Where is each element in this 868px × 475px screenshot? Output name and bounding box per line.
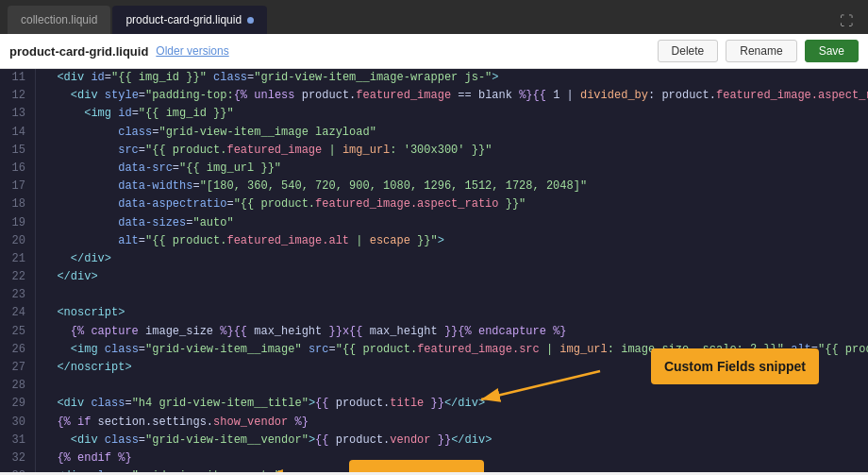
code-line-20: alt="{{ product.featured_image.alt | esc…	[43, 232, 860, 250]
code-line-17: data-widths="[180, 360, 540, 720, 900, 1…	[43, 178, 860, 195]
code-line-21: </div>	[43, 250, 860, 268]
code-editor[interactable]: 1112131415 1617181920 2122232425 2627282…	[0, 69, 868, 472]
code-line-14: class="grid-view-item__image lazyload"	[43, 124, 860, 142]
code-line-12: <div style="padding-top:{% unless produc…	[43, 87, 860, 105]
code-line-13: <img id="{{ img_id }}"	[43, 105, 860, 123]
save-button[interactable]: Save	[805, 40, 859, 62]
file-title: product-card-grid.liquid	[9, 44, 148, 59]
code-line-22: </div>	[43, 268, 860, 286]
maximize-button[interactable]: ⛶	[832, 8, 860, 34]
code-line-26: <img class="grid-view-item__image" src="…	[43, 341, 860, 359]
line-numbers: 1112131415 1617181920 2122232425 2627282…	[0, 69, 36, 472]
code-line-16: data-src="{{ img_url }}"	[43, 160, 860, 178]
code-line-30: {% if section.settings.show_vendor %}	[43, 414, 860, 432]
code-line-28	[43, 377, 860, 395]
app-container: collection.liquid product-card-grid.liqu…	[0, 0, 868, 472]
tab-collection[interactable]: collection.liquid	[8, 6, 110, 34]
tab-collection-label: collection.liquid	[21, 13, 97, 26]
code-line-32: {% endif %}	[43, 450, 860, 467]
code-line-11: <div id="{{ img_id }}" class="grid-view-…	[43, 69, 860, 87]
rename-button[interactable]: Rename	[726, 40, 796, 62]
tab-product-card-grid[interactable]: product-card-grid.liquid	[112, 6, 267, 34]
unsaved-dot	[247, 17, 254, 24]
code-line-24: <noscript>	[43, 304, 860, 322]
code-line-31: <div class="grid-view-item__vendor">{{ p…	[43, 432, 860, 450]
delete-button[interactable]: Delete	[658, 40, 719, 62]
tab-product-card-grid-label: product-card-grid.liquid	[125, 13, 242, 26]
code-line-19: data-sizes="auto"	[43, 214, 860, 232]
code-line-33: <div class="grid-view-item__meta">	[43, 467, 860, 472]
older-versions-link[interactable]: Older versions	[156, 44, 228, 58]
code-line-23	[43, 286, 860, 304]
toolbar: product-card-grid.liquid Older versions …	[0, 34, 868, 69]
code-line-18: data-aspectratio="{{ product.featured_im…	[43, 195, 860, 213]
code-line-15: src="{{ product.featured_image | img_url…	[43, 142, 860, 160]
code-line-25: {% capture image_size %}{{ max_height }}…	[43, 323, 860, 341]
code-line-29: <div class="h4 grid-view-item__title">{{…	[43, 395, 860, 413]
code-content: <div id="{{ img_id }}" class="grid-view-…	[36, 69, 868, 472]
tab-bar: collection.liquid product-card-grid.liqu…	[0, 0, 868, 34]
code-line-27: </noscript>	[43, 359, 860, 377]
